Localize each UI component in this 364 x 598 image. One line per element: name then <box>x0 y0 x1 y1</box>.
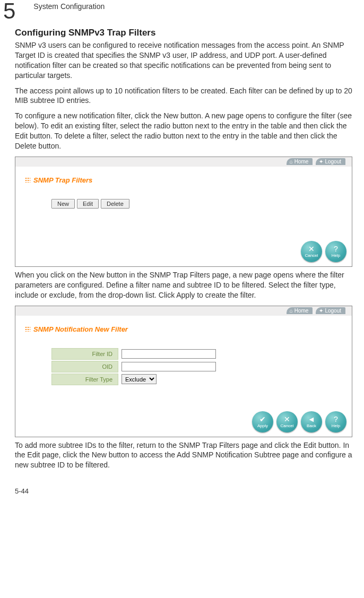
screenshot-new-filter: ⌂ Home ✦ Logout SNMP Notification New Fi… <box>15 306 352 437</box>
home-link[interactable]: ⌂ Home <box>287 307 313 314</box>
filter-type-label: Filter Type <box>51 374 118 385</box>
apply-icon: ✔ <box>259 415 266 423</box>
delete-button[interactable]: Delete <box>101 199 129 209</box>
page-header: 5 System Configuration <box>15 0 352 22</box>
home-icon: ⌂ <box>290 159 293 164</box>
help-label: Help <box>332 254 340 258</box>
home-label: Home <box>294 159 309 164</box>
apply-button[interactable]: ✔ Apply <box>252 411 273 432</box>
chapter-number: 5 <box>3 0 15 22</box>
paragraph: When you click on the New button in the … <box>15 270 352 300</box>
back-icon: ◄ <box>308 415 315 423</box>
help-button[interactable]: ? Help <box>325 411 346 432</box>
filter-type-select[interactable]: Exclude <box>122 374 157 384</box>
cancel-icon: ✕ <box>308 245 315 253</box>
cancel-label: Cancel <box>281 424 294 428</box>
help-button[interactable]: ? Help <box>325 241 346 262</box>
home-label: Home <box>294 308 309 314</box>
cancel-button[interactable]: ✕ Cancel <box>301 241 322 262</box>
chapter-title: System Configuration <box>33 2 105 11</box>
section-title: Configuring SNMPv3 Trap Filters <box>15 28 352 38</box>
screenshot-topbar: ⌂ Home ✦ Logout <box>15 306 352 316</box>
screenshot-trap-filters: ⌂ Home ✦ Logout SNMP Trap Filters New Ed… <box>15 157 352 267</box>
paragraph: SNMP v3 users can be configured to recei… <box>15 40 352 81</box>
home-icon: ⌂ <box>290 308 293 314</box>
cancel-button[interactable]: ✕ Cancel <box>276 411 298 432</box>
help-label: Help <box>332 424 340 428</box>
paragraph: The access point allows up to 10 notific… <box>15 86 352 106</box>
filter-id-label: Filter ID <box>51 348 118 360</box>
back-button[interactable]: ◄ Back <box>301 411 322 432</box>
paragraph: To add more subtree IDs to the filter, r… <box>15 440 352 471</box>
logout-icon: ✦ <box>319 308 323 314</box>
logout-label: Logout <box>325 159 341 164</box>
home-link[interactable]: ⌂ Home <box>287 158 313 165</box>
help-icon: ? <box>334 415 338 423</box>
logout-icon: ✦ <box>319 159 323 164</box>
screenshot-topbar: ⌂ Home ✦ Logout <box>15 157 352 167</box>
help-icon: ? <box>334 245 338 253</box>
paragraph: To configure a new notification filter, … <box>15 111 352 151</box>
logout-link[interactable]: ✦ Logout <box>316 307 345 314</box>
oid-input[interactable] <box>122 362 216 371</box>
cancel-icon: ✕ <box>284 415 290 423</box>
page-number: 5-44 <box>15 487 352 495</box>
oid-label: OID <box>51 361 118 372</box>
filter-id-input[interactable] <box>122 349 216 359</box>
back-label: Back <box>307 424 316 428</box>
panel-heading: SNMP Trap Filters <box>25 176 342 184</box>
apply-label: Apply <box>257 424 268 428</box>
logout-link[interactable]: ✦ Logout <box>316 158 345 165</box>
logout-label: Logout <box>325 308 341 314</box>
panel-heading: SNMP Notification New Filter <box>25 325 342 333</box>
cancel-label: Cancel <box>305 254 318 258</box>
edit-button[interactable]: Edit <box>77 199 99 209</box>
new-button[interactable]: New <box>51 199 75 209</box>
